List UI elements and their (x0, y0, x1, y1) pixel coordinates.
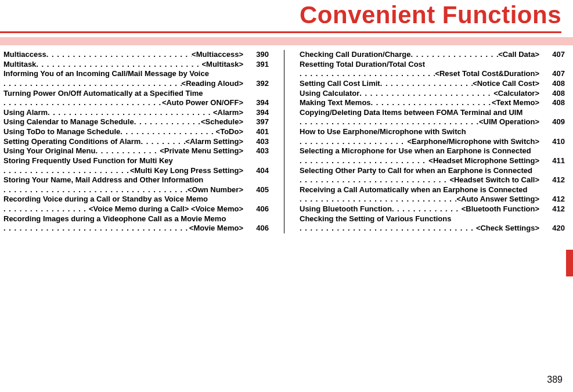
toc-ref: <Auto Answer Setting> (456, 195, 539, 204)
toc-topic: Selecting Other Party to Call for when a… (300, 166, 532, 176)
toc-topic: Receiving a Call Automatically when an E… (300, 185, 528, 195)
toc-topic: Using Calendar to Manage Schedule (3, 117, 134, 127)
toc-entry-title: How to Use Earphone/Microphone with Swit… (300, 127, 565, 137)
toc-entry: Using Alarm . . . . . . . . . . . . . . … (3, 108, 269, 118)
toc-dots: . . . . . . . . . . . . . . . . . . . . … (410, 50, 498, 60)
toc-page: 408 (545, 89, 565, 99)
toc-topic: Turning Power On/Off Automatically at a … (3, 89, 203, 99)
toc-ref: <Check Settings> (476, 224, 539, 233)
toc-topic: Using Calculator (300, 89, 359, 99)
toc-dots: . . . . . . . . . . . . . . . . . . . . … (380, 79, 473, 89)
toc-ref: <Multitask> (201, 60, 243, 70)
toc-topic: Checking the Setting of Various Function… (300, 214, 451, 224)
toc-entry: Using Bluetooth Function . . . . . . . .… (300, 204, 565, 214)
toc-page: 404 (249, 166, 269, 176)
toc-ref: <Private Menu Setting> (160, 146, 243, 156)
toc-ref: <Own Number> (188, 185, 243, 195)
toc-page: 408 (545, 98, 565, 108)
toc-entry: Using Calculator . . . . . . . . . . . .… (300, 89, 565, 99)
toc-dots: . . . . . . . . . . . . . . . . . . . . … (3, 98, 162, 108)
toc-entry: . . . . . . . . . . . . . . . . . . . . … (300, 117, 565, 127)
toc-page: 407 (545, 69, 565, 79)
toc-entry: . . . . . . . . . . . . . . . . . . . . … (3, 98, 269, 108)
toc-entry: . . . . . . . . . . . . . . . . . . . . … (3, 224, 269, 233)
toc-topic: Using Your Original Menu (3, 146, 95, 156)
toc-dots: . . . . . . . . . . . . . . . . . . . . … (36, 60, 201, 70)
toc-ref: <Earphone/Microphone with Switch> (407, 137, 539, 147)
toc-dots: . . . . . . . . . . . . . . . . . . . . … (300, 195, 456, 204)
toc-entry-title: Selecting a Microphone for Use when an E… (300, 146, 565, 156)
toc-topic: Using Alarm (3, 108, 48, 118)
toc-entry-title: Checking the Setting of Various Function… (300, 214, 565, 224)
column-divider (284, 50, 284, 233)
toc-topic: Setting Call Cost Limit (300, 79, 380, 89)
toc-topic: Storing Your Name, Mail Address and Othe… (3, 175, 203, 185)
toc-entry: . . . . . . . . . . . . . . . . . . . . … (300, 224, 565, 233)
toc-ref: <Multi Key Long Press Setting> (130, 166, 243, 176)
toc-dots: . . . . . . . . . . . . . . . . . . . . … (359, 89, 493, 99)
toc-ref: <Reading Aloud> (182, 79, 243, 89)
toc-topic: Recording Images during a Videophone Cal… (3, 214, 226, 224)
toc-ref: <Movie Memo> (189, 224, 243, 233)
toc-entry: Setting Operating Conditions of Alarm . … (3, 137, 269, 147)
toc-topic: Storing Frequently Used Function for Mul… (3, 156, 173, 166)
toc-entry-title: Turning Power On/Off Automatically at a … (3, 89, 269, 99)
toc-entry-title: Resetting Total Duration/Total Cost (300, 60, 565, 70)
toc-entry: . . . . . . . . . . . . . . . . . . . . … (300, 156, 565, 166)
toc-ref: <ToDo> (216, 127, 243, 137)
toc-page: 409 (545, 117, 565, 127)
side-tab (566, 250, 573, 276)
toc-dots: . . . . . . . . . . . . . . . . . . . . … (95, 146, 160, 156)
toc-entry-title: Selecting Other Party to Call for when a… (300, 166, 565, 176)
toc-page: 405 (249, 185, 269, 195)
toc-dots: . . . . . . . . . . . . . . . . . . . . … (48, 108, 213, 118)
header-rule (0, 31, 561, 33)
toc-entry: . . . . . . . . . . . . . . . . . . . . … (3, 79, 269, 89)
toc-page: 412 (545, 204, 565, 214)
toc-page: 403 (249, 137, 269, 147)
toc-page: 394 (249, 108, 269, 118)
toc-page: 403 (249, 146, 269, 156)
toc-dots: . . . . . . . . . . . . . . . . . . . . … (3, 185, 188, 195)
toc-entry: Making Text Memos . . . . . . . . . . . … (300, 98, 565, 108)
toc-topic: Selecting a Microphone for Use when an E… (300, 146, 531, 156)
toc-topic: Using Bluetooth Function (300, 204, 392, 214)
toc-page: 411 (545, 156, 565, 166)
toc-entry: Using Calendar to Manage Schedule . . . … (3, 117, 269, 127)
toc-entry-title: Storing Frequently Used Function for Mul… (3, 156, 269, 166)
toc-ref: <Alarm> (213, 108, 243, 118)
toc-entry: Using ToDo to Manage Schedule . . . . . … (3, 127, 269, 137)
toc-page: 394 (249, 98, 269, 108)
toc-entry: . . . . . . . . . . . . . . . . . . . . … (300, 195, 565, 204)
toc-page: 420 (545, 224, 565, 233)
toc-dots: . . . . . . . . . . . . . . . . . . . . … (3, 79, 182, 89)
toc-ref: <Schedule> (201, 117, 243, 127)
toc-topic: Multitask (3, 60, 36, 70)
toc-content: Multiaccess . . . . . . . . . . . . . . … (0, 45, 573, 233)
toc-dots: . . . . . . . . . . . . . . . . . . . . … (3, 224, 189, 233)
toc-dots: . . . . . . . . . . . . . . . . . . . . … (134, 117, 201, 127)
toc-entry: Using Your Original Menu . . . . . . . .… (3, 146, 269, 156)
toc-ref: <Reset Total Cost&Duration> (435, 69, 539, 79)
toc-ref: <Bluetooth Function> (462, 204, 539, 214)
toc-page: 410 (545, 137, 565, 147)
toc-entry: . . . . . . . . . . . . . . . . . . . . … (3, 166, 269, 176)
toc-page: 408 (545, 79, 565, 89)
toc-ref: <Text Memo> (492, 98, 539, 108)
toc-page: 392 (249, 79, 269, 89)
toc-entry: Multitask . . . . . . . . . . . . . . . … (3, 60, 269, 70)
toc-ref: <Multiaccess> (192, 50, 243, 60)
toc-ref: <Notice Call Cost> (473, 79, 539, 89)
toc-entry: . . . . . . . . . . . . . . . . . . . . … (300, 69, 565, 79)
toc-dots: . . . . . . . . . . . . . . . . . . . . … (140, 137, 185, 147)
toc-page: 406 (249, 204, 269, 214)
toc-entry: Multiaccess . . . . . . . . . . . . . . … (3, 50, 269, 60)
toc-entry-title: Recording Voice during a Call or Standby… (3, 195, 269, 204)
page-title: Convenient Functions (0, 1, 561, 29)
toc-topic: Recording Voice during a Call or Standby… (3, 195, 208, 204)
toc-dots: . . . . . . . . . . . . . . . . . . . . … (300, 156, 428, 166)
toc-ref: <Headset Microphone Setting> (428, 156, 539, 166)
toc-topic: Checking Call Duration/Charge (300, 50, 410, 60)
toc-entry-title: Informing You of an Incoming Call/Mail M… (3, 69, 269, 79)
toc-entry-title: Storing Your Name, Mail Address and Othe… (3, 175, 269, 185)
